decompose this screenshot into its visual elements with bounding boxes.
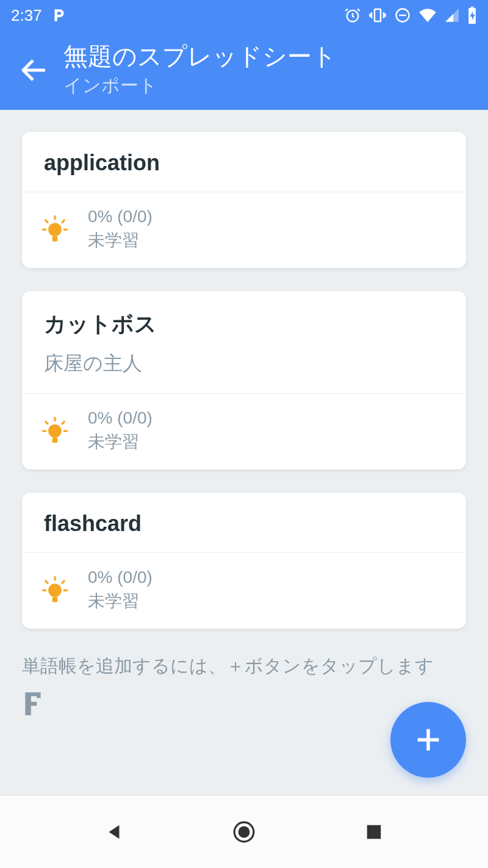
progress-text: 0% (0/0) [88, 408, 152, 428]
plus-icon [415, 726, 442, 753]
card-title: application [44, 150, 444, 176]
stat-block: 0% (0/0) 未学習 [88, 408, 152, 454]
lightbulb-icon [37, 415, 73, 447]
card-header: カットボス 床屋の主人 [22, 291, 466, 393]
deck-card[interactable]: flashcard 0% (0/0) 未学習 [22, 493, 466, 629]
signal-icon [444, 7, 460, 23]
svg-rect-8 [52, 597, 58, 602]
hint-text: 単語帳を追加するには、＋ボタンをタップします [22, 652, 466, 685]
add-button[interactable] [390, 702, 466, 778]
app-logo-icon [22, 690, 44, 715]
progress-text: 0% (0/0) [88, 207, 152, 226]
status-text: 未学習 [88, 229, 152, 252]
card-title: カットボス [44, 309, 444, 339]
back-arrow-icon [20, 56, 49, 85]
title-block: 無題のスプレッドシート インポート [59, 43, 337, 98]
progress-text: 0% (0/0) [88, 568, 152, 587]
status-right [344, 6, 477, 24]
page-title: 無題のスプレッドシート [63, 43, 337, 70]
card-title: flashcard [44, 511, 444, 537]
nav-recent-button[interactable] [350, 808, 398, 856]
triangle-back-icon [104, 822, 124, 842]
lightbulb-icon [37, 214, 73, 245]
wifi-icon [418, 6, 437, 24]
status-text: 未学習 [88, 590, 152, 613]
status-bar: 2:37 [0, 0, 488, 31]
content-area: application 0% (0/0) 未学習 カットボス 床屋の主人 0% … [0, 110, 488, 715]
card-footer: 0% (0/0) 未学習 [22, 192, 466, 268]
card-header: application [22, 132, 466, 192]
card-footer: 0% (0/0) 未学習 [22, 552, 466, 629]
status-time: 2:37 [11, 6, 42, 25]
card-header: flashcard [22, 493, 466, 552]
square-recent-icon [365, 823, 383, 841]
svg-rect-11 [367, 825, 381, 839]
lightbulb-icon [37, 574, 73, 606]
deck-card[interactable]: application 0% (0/0) 未学習 [22, 132, 466, 268]
stat-block: 0% (0/0) 未学習 [88, 207, 152, 252]
deck-card[interactable]: カットボス 床屋の主人 0% (0/0) 未学習 [22, 291, 466, 469]
svg-point-5 [48, 424, 62, 438]
app-bar: 無題のスプレッドシート インポート [0, 31, 488, 110]
nav-back-button[interactable] [90, 808, 138, 856]
svg-point-3 [48, 223, 62, 236]
alarm-icon [344, 7, 361, 24]
dnd-icon [394, 7, 411, 24]
back-button[interactable] [10, 31, 59, 110]
vibrate-icon [368, 6, 387, 24]
page-subtitle: インポート [63, 73, 337, 98]
circle-home-icon [232, 820, 256, 844]
navigation-bar [0, 795, 488, 868]
parking-icon [51, 7, 66, 23]
status-text: 未学習 [88, 430, 152, 454]
card-footer: 0% (0/0) 未学習 [22, 393, 466, 469]
svg-point-10 [238, 826, 249, 837]
nav-home-button[interactable] [220, 808, 268, 856]
svg-rect-4 [52, 236, 58, 242]
battery-icon [467, 7, 477, 24]
svg-point-7 [48, 584, 62, 597]
card-subtitle: 床屋の主人 [44, 350, 444, 377]
svg-rect-1 [375, 9, 381, 21]
svg-rect-6 [52, 438, 58, 443]
stat-block: 0% (0/0) 未学習 [88, 568, 152, 613]
status-left: 2:37 [11, 6, 66, 25]
